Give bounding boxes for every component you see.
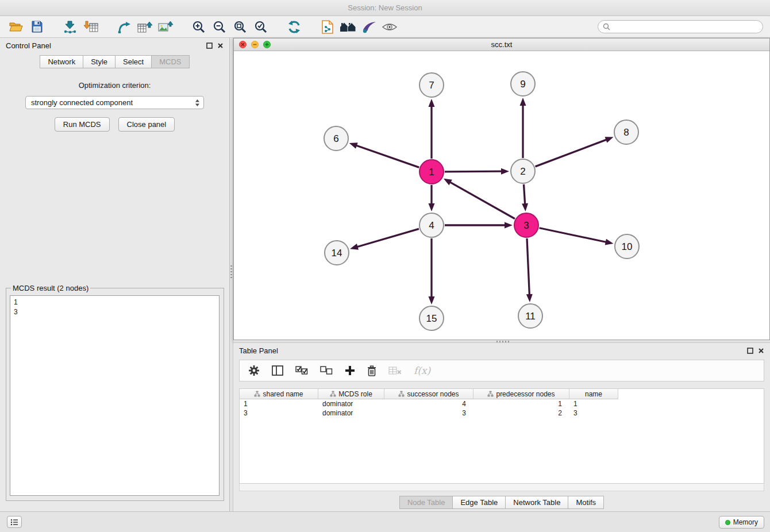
graph-node-label: 1: [429, 167, 434, 178]
network-canvas[interactable]: 7968124314101511: [234, 51, 769, 340]
graph-edge-3-10[interactable]: [540, 228, 607, 242]
float-panel-icon[interactable]: [206, 43, 213, 49]
save-disk-icon: [31, 21, 43, 33]
splitter-grip: [230, 265, 232, 279]
export-network-icon: [117, 21, 131, 33]
graph-node-label: 3: [523, 220, 529, 231]
table-horizontal-scrollbar[interactable]: [239, 484, 764, 491]
memory-status-dot: [725, 520, 730, 525]
table-row[interactable]: 1 dominator 4 1 1: [240, 399, 764, 408]
combo-arrows-icon: [195, 99, 200, 107]
close-panel-button[interactable]: Close panel: [118, 117, 175, 132]
zoom-selected-button[interactable]: [251, 18, 271, 36]
column-header-successor-nodes[interactable]: successor nodes: [384, 389, 473, 399]
import-table-button[interactable]: [80, 18, 101, 36]
graph-edge-1-2[interactable]: [445, 171, 503, 172]
column-header-mcds-role[interactable]: MCDS role: [318, 389, 384, 399]
table-panel-title: Table Panel: [239, 346, 747, 355]
graph-edge-arrowhead: [350, 244, 359, 250]
home-button[interactable]: [338, 18, 359, 36]
graph-edge-2-3[interactable]: [523, 184, 525, 205]
window-titlebar: Session: New Session: [0, 0, 770, 16]
graph-edge-arrowhead: [605, 239, 614, 245]
control-panel-header: Control Panel: [0, 38, 229, 53]
column-header-shared-name[interactable]: shared name: [240, 389, 318, 399]
first-neighbors-button[interactable]: [317, 18, 338, 36]
delete-column-button[interactable]: [367, 365, 376, 376]
graph-node-label: 11: [525, 311, 536, 322]
tab-mcds[interactable]: MCDS: [151, 55, 189, 68]
table-panel-header: Table Panel: [233, 343, 770, 358]
create-column-button[interactable]: [345, 365, 355, 376]
tab-network-table[interactable]: Network Table: [505, 496, 568, 509]
tab-style[interactable]: Style: [83, 55, 116, 68]
style-button[interactable]: [359, 18, 379, 36]
graph-edge-4-14[interactable]: [356, 229, 419, 247]
graph-node-label: 7: [429, 80, 434, 91]
style-paint-icon: [361, 21, 376, 33]
zoom-fit-icon: [233, 20, 247, 34]
graph-edge-arrowhead: [429, 203, 435, 211]
show-hide-button[interactable]: [379, 18, 400, 36]
graph-edge-arrowhead: [605, 137, 614, 142]
gear-icon: [248, 365, 260, 376]
zoom-in-button[interactable]: [188, 18, 209, 36]
select-all-button[interactable]: [295, 366, 308, 375]
export-image-icon: [158, 21, 174, 33]
node-table[interactable]: shared name MCDS role successor nodes pr…: [239, 388, 764, 484]
network-window-title: scc.txt: [234, 40, 769, 49]
search-box[interactable]: [598, 20, 763, 33]
refresh-view-button[interactable]: [284, 18, 305, 36]
graph-edge-3-11[interactable]: [527, 238, 529, 296]
tab-edge-table[interactable]: Edge Table: [452, 496, 506, 509]
graph-edge-arrowhead: [505, 222, 513, 229]
tab-motifs[interactable]: Motifs: [568, 496, 604, 509]
network-window-titlebar[interactable]: scc.txt: [234, 38, 769, 51]
delete-table-button-disabled: [388, 366, 402, 375]
criterion-select[interactable]: strongly connected component: [25, 96, 204, 109]
memory-button[interactable]: Memory: [719, 516, 764, 529]
open-folder-icon: [9, 21, 23, 33]
graph-edge-arrowhead: [520, 98, 526, 106]
close-panel-icon[interactable]: [758, 348, 764, 354]
tab-select[interactable]: Select: [115, 55, 152, 68]
export-image-button[interactable]: [155, 18, 176, 36]
deselect-all-button[interactable]: [320, 366, 333, 375]
attribute-icon: [330, 391, 336, 397]
eye-icon: [382, 22, 397, 32]
zoom-fit-button[interactable]: [230, 18, 251, 36]
memory-label: Memory: [733, 518, 758, 526]
mcds-result-list[interactable]: 1 3: [10, 295, 220, 496]
homes-icon: [340, 21, 357, 33]
search-input[interactable]: [613, 23, 758, 31]
mcds-result-title: MCDS result (2 nodes): [11, 284, 90, 292]
task-history-button[interactable]: [7, 516, 22, 528]
splitter-grip: [496, 341, 510, 342]
float-panel-icon[interactable]: [747, 348, 753, 354]
export-network-button[interactable]: [114, 18, 134, 36]
tab-network[interactable]: Network: [40, 55, 83, 68]
trash-icon: [367, 365, 376, 376]
column-header-name[interactable]: name: [569, 389, 618, 399]
close-panel-icon[interactable]: [217, 43, 224, 49]
save-session-button[interactable]: [26, 18, 47, 36]
attribute-icon: [487, 391, 494, 397]
criterion-selected-value: strongly connected component: [31, 98, 195, 107]
graph-node-label: 4: [429, 220, 434, 231]
attribute-icon: [254, 391, 260, 397]
show-columns-button[interactable]: [272, 365, 283, 376]
column-header-predecessor-nodes[interactable]: predecessor nodes: [473, 389, 569, 399]
zoom-out-button[interactable]: [209, 18, 230, 36]
graph-edge-3-1[interactable]: [449, 182, 514, 219]
table-row[interactable]: 3 dominator 3 2 3: [240, 408, 764, 418]
graph-edge-2-8[interactable]: [536, 139, 608, 167]
tab-node-table[interactable]: Node Table: [399, 496, 453, 509]
import-network-icon: [63, 21, 77, 33]
table-settings-button[interactable]: [248, 365, 260, 376]
open-session-button[interactable]: [6, 18, 26, 36]
import-network-button[interactable]: [60, 18, 80, 36]
export-table-button[interactable]: [134, 18, 155, 36]
run-mcds-button[interactable]: Run MCDS: [55, 117, 110, 132]
table-panel: Table Panel: [233, 343, 770, 511]
graph-edge-1-6[interactable]: [355, 145, 419, 168]
